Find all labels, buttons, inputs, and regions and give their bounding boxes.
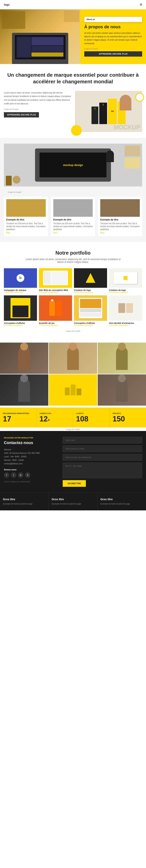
portfolio-item-2[interactable]: Site Web de conception Web Conception gr… bbox=[39, 268, 72, 293]
service-card-image-1 bbox=[6, 199, 46, 217]
services-section: mockup design Image de Freepik Exemple d… bbox=[0, 138, 146, 242]
person-silhouette-4 bbox=[18, 378, 30, 402]
business-cards-visual bbox=[109, 268, 142, 288]
copyright-text: ©2024 Politique de confidentialité bbox=[4, 481, 57, 483]
photo-2 bbox=[49, 343, 97, 374]
p2-top bbox=[80, 299, 101, 308]
stat-value-2: 12 bbox=[39, 415, 48, 423]
services-image-content: mockup design bbox=[4, 144, 142, 187]
logo-creation-visual bbox=[74, 268, 107, 288]
instagram-icon[interactable]: in bbox=[18, 472, 23, 478]
navbar: logo ≡ bbox=[0, 0, 146, 9]
follow-us-label: Suivez-nous bbox=[4, 468, 57, 471]
mockup-cta-button[interactable]: APPRENDRE ENCORE PLUS bbox=[4, 112, 39, 118]
contact-form: SOUMETTRE bbox=[63, 437, 142, 487]
portfolio-image-2 bbox=[39, 268, 72, 288]
service-read-more-3[interactable]: Plus bbox=[100, 232, 140, 234]
portfolio-image-4 bbox=[109, 268, 142, 288]
li-letter: li bbox=[27, 474, 28, 476]
facebook-icon[interactable]: f bbox=[4, 472, 9, 478]
fb-letter: f bbox=[6, 474, 7, 476]
service-card-title-1: Exemple de titre bbox=[6, 218, 46, 221]
portfolio-item-1[interactable]: b Campagne de marque Conception graphiqu… bbox=[4, 268, 37, 293]
service-read-more-2[interactable]: Plus bbox=[53, 232, 93, 234]
service-card-desc-3: Tincidunt nec Elit enim at dolor. Text C… bbox=[100, 222, 140, 231]
hero-cta-button[interactable]: APPRENDRE ENCORE PLUS bbox=[84, 51, 142, 57]
bottom-items bbox=[6, 176, 21, 186]
twitter-icon[interactable]: t bbox=[11, 472, 16, 478]
poster-2-design bbox=[79, 298, 102, 318]
footer-col-1: Gros titre Exemple de texte du pied de p… bbox=[0, 493, 49, 510]
contact-section: REJOIGNEZ NOTRE NEWSLETTER Contactez-nou… bbox=[0, 431, 146, 493]
service-read-more-1[interactable]: Plus bbox=[6, 232, 46, 234]
service-card-3: Exemple de titre Tincidunt nec Elit enim… bbox=[98, 197, 142, 236]
circle-decoration-2 bbox=[135, 93, 144, 102]
portfolio-item-6[interactable]: bouteille de jus Conception graphique bbox=[39, 296, 72, 327]
footer-col-2: Gros titre Exemple de texte du pied de p… bbox=[49, 493, 97, 510]
hamburger-icon[interactable]: ≡ bbox=[140, 2, 142, 7]
person-silhouette-5 bbox=[116, 378, 128, 402]
mockup-source: Images de Freepik bbox=[4, 108, 71, 110]
screen-main bbox=[31, 37, 63, 57]
service-card-image-2 bbox=[53, 199, 93, 217]
hero-image bbox=[0, 9, 80, 64]
portfolio-image-6 bbox=[39, 296, 72, 321]
screen-block-3 bbox=[31, 53, 63, 57]
stats-section: RÉCOMPENSES REMPORTÉES 17 ANNÉES D'EX 12… bbox=[0, 408, 146, 431]
saturday-label: Samedi - 9h00 - 14h00 bbox=[4, 459, 24, 461]
portfolio-item-3[interactable]: Création de logo Conception graphique bbox=[74, 268, 107, 293]
service-card-desc-1: Tincidunt nec Elit enim at dolor. Text C… bbox=[6, 222, 46, 231]
side-item-1 bbox=[124, 146, 140, 156]
section-heading: Un changement de marque essentiel pour c… bbox=[0, 64, 146, 89]
email-input[interactable] bbox=[63, 445, 142, 452]
contact-title: Contactez-nous bbox=[4, 440, 57, 445]
web-sidebar bbox=[44, 271, 51, 284]
tw-letter: t bbox=[13, 474, 14, 476]
portfolio-source: Images de Freepik bbox=[4, 329, 142, 333]
head-5 bbox=[118, 374, 126, 382]
portfolio-image-3 bbox=[74, 268, 107, 288]
stat-number-1: 17 bbox=[3, 415, 34, 423]
linkedin-icon[interactable]: li bbox=[25, 472, 30, 478]
id-card-1 bbox=[118, 303, 125, 313]
poster-design bbox=[10, 298, 30, 318]
p2-mid bbox=[80, 309, 101, 312]
books-visual: 1 2 A4 4 bbox=[92, 99, 125, 124]
poster-2-visual bbox=[74, 296, 107, 321]
hero-bg-image bbox=[0, 9, 80, 64]
mockup-description: Lorem ipsum dolor sit amet, consectetur … bbox=[4, 91, 71, 105]
portfolio-image-8 bbox=[109, 296, 142, 321]
photo-grid-section bbox=[0, 343, 146, 406]
character-silhouette bbox=[106, 150, 114, 162]
social-icons-row: f t in li bbox=[4, 472, 57, 478]
portfolio-cat-3: Conception graphique bbox=[74, 291, 107, 293]
message-input[interactable] bbox=[63, 463, 142, 478]
hero-description: Ut enim ad minim veniam quis nostrud exe… bbox=[84, 31, 142, 45]
stat-item-2: ANNÉES D'EX 12+ bbox=[37, 408, 73, 428]
main-heading: Un changement de marque essentiel pour c… bbox=[6, 72, 140, 85]
portfolio-item-8[interactable]: Une identité d'entreprise Conception gra… bbox=[109, 296, 142, 327]
portfolio-item-4[interactable]: Création de logo Conception graphique bbox=[109, 268, 142, 293]
person-silhouette-3 bbox=[116, 346, 128, 370]
book-3: A4 bbox=[108, 99, 117, 124]
portfolio-title-8: Une identité d'entreprise bbox=[109, 322, 142, 324]
submit-button[interactable]: SOUMETTRE bbox=[63, 480, 86, 487]
portfolio-cat-8: Conception graphique bbox=[109, 324, 142, 327]
triangle-logo bbox=[86, 273, 96, 283]
head-2 bbox=[69, 343, 77, 350]
portfolio-item-7[interactable]: Conception d'affiche Conception graphiqu… bbox=[74, 296, 107, 327]
stat-label-3: CLIENTS bbox=[76, 412, 107, 414]
logo: logo bbox=[4, 3, 10, 6]
side-item-2 bbox=[124, 158, 140, 168]
juice-visual bbox=[39, 296, 72, 321]
name-input[interactable] bbox=[63, 437, 142, 443]
service-card-image-3 bbox=[100, 199, 140, 217]
person-silhouette-2 bbox=[67, 346, 79, 370]
web-content bbox=[51, 271, 67, 284]
stats-source: Image de Freepik bbox=[0, 428, 146, 431]
p2-bot bbox=[80, 313, 101, 316]
address-value: 1044, 32 Garrison Avenue, 531 456-7890 bbox=[4, 452, 39, 454]
phone-input[interactable] bbox=[63, 454, 142, 461]
portfolio-cat-1: Conception graphique bbox=[4, 291, 37, 293]
portfolio-item-5[interactable]: Conception d'affiche Conception graphiqu… bbox=[4, 296, 37, 327]
